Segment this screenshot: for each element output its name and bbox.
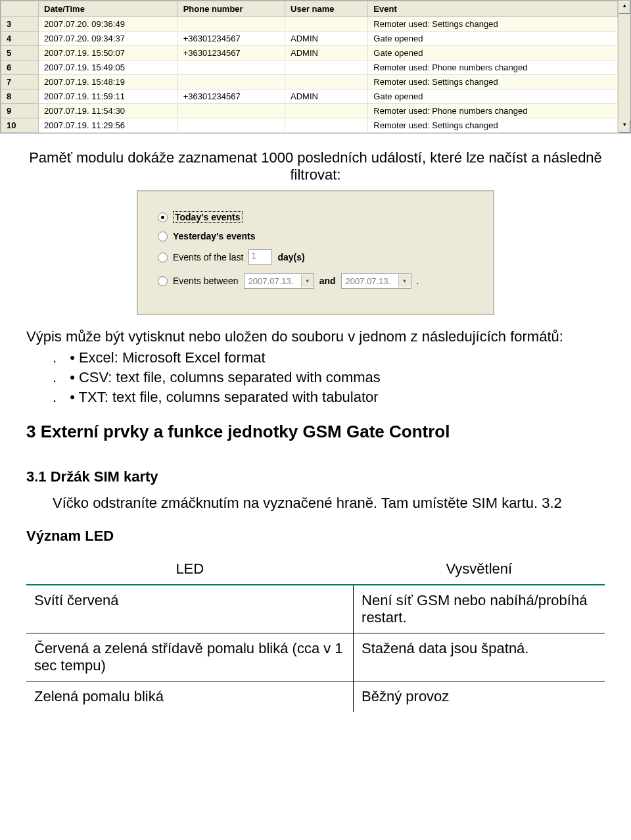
cell-event: Gate opened xyxy=(368,46,618,61)
chevron-down-icon[interactable]: ▼ xyxy=(301,274,314,287)
cell-user xyxy=(285,75,368,89)
cell-event: Remoter used: Settings changed xyxy=(368,17,618,32)
cell-rownum: 3 xyxy=(1,17,39,32)
led-cell-explain: Běžný provoz xyxy=(354,681,605,712)
radio-icon xyxy=(158,212,168,222)
format-list: .• Excel: Microsoft Excel format .• CSV:… xyxy=(26,349,605,406)
date-to-combo[interactable]: 2007.07.13. ▼ xyxy=(341,273,411,289)
col-user[interactable]: User name xyxy=(285,1,368,17)
cell-user: ADMIN xyxy=(285,32,368,46)
event-log-table: Date/Time Phone number User name Event 3… xyxy=(1,1,618,133)
cell-event: Gate opened xyxy=(368,32,618,46)
table-row: Zelená pomalu blikáBěžný provoz xyxy=(26,681,605,712)
radio-icon xyxy=(158,232,168,241)
table-row[interactable]: 72007.07.19. 15:48:19Remoter used: Setti… xyxy=(1,75,618,89)
cell-user: ADMIN xyxy=(285,46,368,61)
cell-datetime: 2007.07.19. 15:48:19 xyxy=(39,75,178,89)
cell-event: Remoter used: Phone numbers changed xyxy=(368,61,618,75)
memory-paragraph: Paměť modulu dokáže zaznamenat 1000 posl… xyxy=(26,149,605,184)
days-input[interactable]: 1 xyxy=(248,249,272,265)
scroll-up-button[interactable]: ▲ xyxy=(619,1,630,14)
table-row[interactable]: 102007.07.19. 11:29:56Remoter used: Sett… xyxy=(1,118,618,133)
export-paragraph: Výpis může být vytisknut nebo uložen do … xyxy=(26,328,605,345)
led-table: LED Vysvětlení Svítí červenáNení síť GSM… xyxy=(26,554,605,712)
radio-last-n-days[interactable]: Events of the last 1 day(s) xyxy=(158,249,480,265)
cell-datetime: 2007.07.19. 15:50:07 xyxy=(39,46,178,61)
section-31-text: Víčko odstraníte zmáčknutím na vyznačené… xyxy=(53,495,605,512)
table-row[interactable]: 82007.07.19. 11:59:11+36301234567ADMINGa… xyxy=(1,89,618,104)
radio-today-label: Today's events xyxy=(173,211,243,223)
table-row[interactable]: 42007.07.20. 09:34:37+36301234567ADMINGa… xyxy=(1,32,618,46)
chevron-down-icon[interactable]: ▼ xyxy=(398,274,411,287)
radio-between-dates[interactable]: Events between 2007.07.13. ▼ and 2007.07… xyxy=(158,273,480,289)
cell-phone: +36301234567 xyxy=(177,46,285,61)
cell-datetime: 2007.07.19. 11:54:30 xyxy=(39,104,178,118)
col-rownum[interactable] xyxy=(1,1,39,17)
led-col-led: LED xyxy=(26,554,354,585)
cell-phone xyxy=(177,17,285,32)
cell-phone: +36301234567 xyxy=(177,89,285,104)
cell-user xyxy=(285,17,368,32)
cell-datetime: 2007.07.19. 11:59:11 xyxy=(39,89,178,104)
section-31-heading: 3.1 Držák SIM karty xyxy=(26,468,605,485)
col-event[interactable]: Event xyxy=(368,1,618,17)
cell-user xyxy=(285,118,368,133)
format-item: .• Excel: Microsoft Excel format xyxy=(53,349,605,366)
led-cell-explain: Stažená data jsou špatná. xyxy=(354,633,605,681)
led-cell-explain: Není síť GSM nebo nabíhá/probíhá restart… xyxy=(354,585,605,633)
radio-last-prefix: Events of the last xyxy=(173,252,243,262)
cell-phone xyxy=(177,61,285,75)
cell-rownum: 6 xyxy=(1,61,39,75)
date-to-value: 2007.07.13. xyxy=(342,276,398,287)
cell-rownum: 9 xyxy=(1,104,39,118)
radio-days-suffix: day(s) xyxy=(277,252,304,262)
and-label: and xyxy=(319,276,336,286)
cell-phone xyxy=(177,75,285,89)
format-item: .• TXT: text file, columns separated wit… xyxy=(53,389,605,406)
trailing-dot: . xyxy=(417,276,419,286)
cell-event: Remoter used: Phone numbers changed xyxy=(368,104,618,118)
led-cell-state: Červená a zelená střídavě pomalu bliká (… xyxy=(26,633,354,681)
scrollbar-vertical[interactable]: ▲ ▼ xyxy=(618,1,630,133)
table-row[interactable]: 52007.07.19. 15:50:07+36301234567ADMINGa… xyxy=(1,46,618,61)
cell-user xyxy=(285,104,368,118)
col-datetime[interactable]: Date/Time xyxy=(39,1,178,17)
table-row[interactable]: 62007.07.19. 15:49:05Remoter used: Phone… xyxy=(1,61,618,75)
radio-between-prefix: Events between xyxy=(173,276,239,286)
cell-phone: +36301234567 xyxy=(177,32,285,46)
cell-rownum: 5 xyxy=(1,46,39,61)
cell-event: Gate opened xyxy=(368,89,618,104)
cell-rownum: 8 xyxy=(1,89,39,104)
cell-datetime: 2007.07.19. 11:29:56 xyxy=(39,118,178,133)
cell-datetime: 2007.07.20. 09:34:37 xyxy=(39,32,178,46)
cell-event: Remoter used: Settings changed xyxy=(368,118,618,133)
led-cell-state: Svítí červená xyxy=(26,585,354,633)
led-cell-state: Zelená pomalu bliká xyxy=(26,681,354,712)
cell-rownum: 10 xyxy=(1,118,39,133)
col-phone[interactable]: Phone number xyxy=(177,1,285,17)
section-32-heading: Význam LED xyxy=(26,528,605,545)
table-row: Svítí červenáNení síť GSM nebo nabíhá/pr… xyxy=(26,585,605,633)
table-row[interactable]: 92007.07.19. 11:54:30Remoter used: Phone… xyxy=(1,104,618,118)
section-3-heading: 3 Externí prvky a funkce jednotky GSM Ga… xyxy=(26,422,605,442)
event-log-panel: Date/Time Phone number User name Event 3… xyxy=(0,0,631,134)
event-filter-panel: Today's events Yesterday's events Events… xyxy=(137,190,494,315)
date-from-value: 2007.07.13. xyxy=(245,276,301,287)
format-item: .• CSV: text file, columns separated wit… xyxy=(53,369,605,386)
cell-phone xyxy=(177,118,285,133)
radio-icon xyxy=(158,276,168,286)
cell-phone xyxy=(177,104,285,118)
cell-datetime: 2007.07.19. 15:49:05 xyxy=(39,61,178,75)
radio-yesterday-label: Yesterday's events xyxy=(173,231,256,241)
cell-datetime: 2007.07.20. 09:36:49 xyxy=(39,17,178,32)
cell-rownum: 4 xyxy=(1,32,39,46)
cell-rownum: 7 xyxy=(1,75,39,89)
table-row: Červená a zelená střídavě pomalu bliká (… xyxy=(26,633,605,681)
table-row[interactable]: 32007.07.20. 09:36:49Remoter used: Setti… xyxy=(1,17,618,32)
radio-icon xyxy=(158,253,168,262)
radio-today[interactable]: Today's events xyxy=(158,211,480,223)
radio-yesterday[interactable]: Yesterday's events xyxy=(158,231,480,241)
date-from-combo[interactable]: 2007.07.13. ▼ xyxy=(244,273,314,289)
scroll-down-button[interactable]: ▼ xyxy=(619,120,630,133)
cell-event: Remoter used: Settings changed xyxy=(368,75,618,89)
